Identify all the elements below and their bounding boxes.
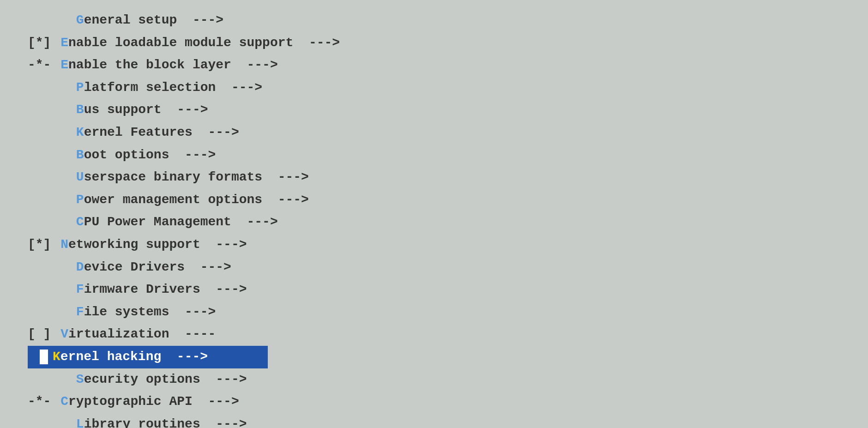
rest-text-cryptographic-api: ryptographic API ---> [68,392,239,411]
menu-item-networking-support[interactable]: [*] Networking support ---> [28,234,840,256]
menu-item-file-systems[interactable]: File systems ---> [28,301,840,324]
first-letter-general-setup: G [76,11,84,30]
first-letter-firmware-drivers: F [76,280,84,299]
rest-text-kernel-features: ernel Features ---> [84,123,239,142]
menu-item-device-drivers[interactable]: Device Drivers ---> [28,256,840,279]
menu-item-firmware-drivers[interactable]: Firmware Drivers ---> [28,278,840,301]
first-letter-device-drivers: D [76,258,84,277]
menu-item-platform-selection[interactable]: Platform selection ---> [28,77,840,99]
menu-item-boot-options[interactable]: Boot options ---> [28,144,840,167]
first-letter-virtualization: V [60,325,68,344]
first-letter-userspace-binary: U [76,168,84,187]
rest-text-general-setup: eneral setup ---> [84,11,223,30]
first-letter-library-routines: L [76,415,84,428]
menu-item-general-setup[interactable]: General setup ---> [28,9,840,32]
rest-text-virtualization: irtualization ---- [68,325,216,344]
menu-item-bus-support[interactable]: Bus support ---> [28,99,840,121]
rest-text-firmware-drivers: irmware Drivers ---> [84,280,247,299]
first-letter-cryptographic-api: C [60,392,68,411]
menu-item-kernel-hacking[interactable]: Kernel hacking ---> [28,346,268,368]
first-letter-cpu-power: C [76,213,84,232]
rest-text-enable-block: nable the block layer ---> [68,56,278,75]
first-letter-power-management: P [76,191,84,210]
menu-item-library-routines[interactable]: Library routines ---> [28,413,840,428]
rest-text-file-systems: ile systems ---> [84,303,216,322]
rest-text-userspace-binary: serspace binary formats ---> [84,168,309,187]
rest-text-device-drivers: evice Drivers ---> [84,258,231,277]
menu-item-power-management[interactable]: Power management options ---> [28,189,840,211]
first-letter-boot-options: B [76,146,84,165]
rest-text-bus-support: us support ---> [84,101,208,120]
first-letter-security-options: S [76,370,84,389]
first-letter-bus-support: B [76,101,84,120]
rest-text-networking-support: etworking support ---> [68,235,247,254]
menu-item-userspace-binary[interactable]: Userspace binary formats ---> [28,166,840,189]
rest-text-enable-loadable: nable loadable module support ---> [68,34,340,53]
first-letter-file-systems: F [76,303,84,322]
menu-item-cpu-power[interactable]: CPU Power Management ---> [28,211,840,234]
first-letter-enable-block: E [60,56,68,75]
first-letter-enable-loadable: E [60,34,68,53]
rest-text-power-management: ower management options ---> [84,191,309,210]
menu-container: General setup --->[*] Enable loadable mo… [0,5,868,428]
menu-item-security-options[interactable]: Security options ---> [28,368,840,391]
menu-item-kernel-features[interactable]: Kernel Features ---> [28,121,840,144]
first-letter-networking-support: N [60,235,68,254]
first-letter-kernel-features: K [76,123,84,142]
menu-item-enable-block[interactable]: -*- Enable the block layer ---> [28,54,840,77]
rest-text-platform-selection: latform selection ---> [84,78,262,97]
first-letter-platform-selection: P [76,78,84,97]
menu-item-virtualization[interactable]: [ ] Virtualization ---- [28,323,840,346]
menu-item-enable-loadable[interactable]: [*] Enable loadable module support ---> [28,32,840,54]
rest-text-cpu-power: PU Power Management ---> [84,213,278,232]
rest-text-boot-options: oot options ---> [84,146,216,165]
rest-text-library-routines: ibrary routines ---> [84,415,247,428]
rest-text-security-options: ecurity options ---> [84,370,247,389]
menu-item-cryptographic-api[interactable]: -*- Cryptographic API ---> [28,391,840,413]
